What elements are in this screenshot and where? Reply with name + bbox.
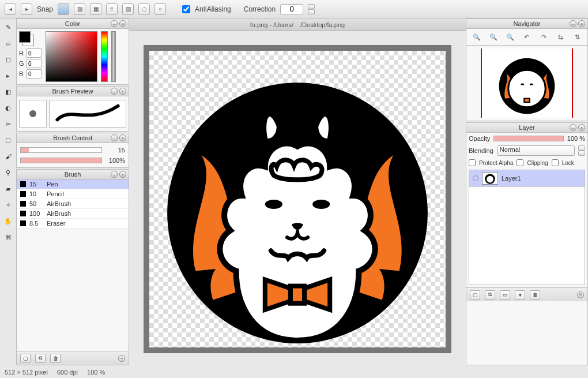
panel-close-icon[interactable]: × — [578, 124, 585, 131]
brush-item-size: 50 — [29, 200, 43, 207]
brush-panel-footer: ▢ ⧉ 🗑 ≡ — [17, 351, 129, 365]
snap-solid-button[interactable] — [58, 3, 69, 15]
brush-item[interactable]: 8.5 Eraser — [17, 219, 129, 229]
hue-strip[interactable] — [101, 31, 108, 82]
snap-grid-button[interactable]: ▦ — [90, 3, 101, 15]
layer-item[interactable]: Layer1 — [469, 170, 585, 187]
panel-minimize-icon[interactable]: – — [111, 134, 118, 141]
svg-point-2 — [312, 200, 330, 209]
snap-left-button[interactable]: ◂ — [5, 3, 16, 15]
merge-layer-button[interactable]: ▾ — [515, 290, 525, 300]
brush-item[interactable]: 10 Pencil — [17, 189, 129, 199]
alpha-strip[interactable] — [111, 31, 116, 82]
move-tool-icon[interactable]: ▸ — [3, 70, 13, 81]
protect-alpha-checkbox[interactable] — [469, 159, 476, 166]
duplicate-brush-button[interactable]: ⧉ — [35, 354, 46, 363]
foreground-color-swatch[interactable] — [19, 31, 31, 43]
brush-opacity-slider[interactable]: 100% — [20, 157, 125, 164]
correction-stepper[interactable] — [308, 4, 315, 14]
snap-diag-button[interactable]: ▨ — [74, 3, 85, 15]
panel-title: Brush Preview — [52, 88, 93, 95]
canvas[interactable] — [144, 45, 451, 353]
eraser-tool-icon[interactable]: ▱ — [3, 38, 13, 48]
panel-minimize-icon[interactable]: – — [570, 124, 576, 131]
panel-minimize-icon[interactable]: – — [111, 20, 118, 27]
snap-hlines-button[interactable]: ≡ — [106, 3, 118, 15]
hand-tool-icon[interactable]: ✋ — [3, 216, 13, 226]
brush-item[interactable]: 15 Pen — [17, 179, 129, 189]
gradient-tool-icon[interactable]: ◐ — [3, 103, 13, 113]
panel-minimize-icon[interactable]: – — [111, 171, 118, 178]
brush-settings-icon[interactable]: ≡ — [118, 355, 125, 362]
brush-item-name: Pen — [47, 181, 58, 188]
panel-close-icon[interactable]: × — [578, 20, 585, 27]
zoom-fit-icon[interactable]: 🔍 — [504, 31, 516, 43]
svg-rect-8 — [524, 99, 529, 102]
layer-visibility-icon[interactable] — [473, 175, 478, 181]
layer-opacity-slider[interactable] — [493, 136, 564, 141]
blending-label: Blending — [469, 147, 493, 154]
navigator-thumbnail[interactable] — [481, 48, 573, 118]
correction-input[interactable] — [280, 4, 303, 14]
snap-right-button[interactable]: ▸ — [21, 3, 32, 15]
snap-vlines-button[interactable]: ▥ — [122, 3, 134, 15]
bucket-tool-icon[interactable]: ▰ — [3, 184, 13, 194]
flip-h-icon[interactable]: ⇆ — [555, 31, 566, 43]
delete-brush-button[interactable]: 🗑 — [50, 354, 61, 363]
color-swatch-pair[interactable] — [19, 31, 34, 46]
svg-point-1 — [265, 200, 282, 209]
panel-minimize-icon[interactable]: – — [111, 88, 118, 95]
rect-tool-icon[interactable]: ☐ — [3, 135, 13, 145]
crop-tool-icon[interactable]: ✂ — [3, 119, 13, 129]
folder-layer-button[interactable]: ▭ — [500, 290, 510, 300]
antialias-checkbox[interactable] — [182, 5, 190, 13]
b-label: B — [19, 70, 25, 77]
brush-item[interactable]: 50 AirBrush — [17, 199, 129, 209]
b-input[interactable] — [26, 69, 42, 78]
brush-tool-icon[interactable]: 🖌 — [3, 151, 13, 162]
r-input[interactable] — [26, 48, 42, 58]
zoom-out-icon[interactable]: 🔍 — [471, 31, 483, 43]
document-tab-right[interactable]: /Desktop/fa.png — [300, 21, 345, 28]
svg-rect-3 — [291, 286, 304, 303]
fill-tool-icon[interactable]: ◧ — [3, 87, 13, 97]
new-layer-button[interactable]: ▢ — [470, 290, 480, 300]
layer-settings-icon[interactable]: ≡ — [577, 291, 584, 298]
marquee-tool-icon[interactable]: ◻ — [3, 54, 13, 65]
color-picker[interactable] — [46, 31, 97, 82]
misc-tool-icon[interactable]: ⌘ — [3, 232, 13, 242]
eyedropper-tool-icon[interactable]: ⚲ — [3, 167, 13, 178]
zoom-in-icon[interactable]: 🔍 — [488, 31, 499, 43]
brush-size-value: 15 — [105, 147, 125, 154]
brush-size-slider[interactable]: 15 — [20, 147, 125, 154]
clipping-checkbox[interactable] — [517, 159, 523, 166]
g-input[interactable] — [26, 59, 42, 68]
duplicate-layer-button[interactable]: ⧉ — [485, 290, 495, 300]
delete-layer-button[interactable]: 🗑 — [530, 290, 540, 300]
brush-item[interactable]: 100 AirBrush — [17, 209, 129, 219]
pencil-tool-icon[interactable]: ✎ — [3, 22, 13, 32]
rotate-left-icon[interactable]: ↶ — [521, 31, 533, 43]
g-label: G — [19, 60, 25, 67]
layer-list[interactable]: Layer1 — [469, 170, 585, 285]
panel-close-icon[interactable]: × — [119, 88, 126, 95]
new-brush-button[interactable]: ▢ — [20, 354, 31, 363]
wand-tool-icon[interactable]: ✧ — [3, 200, 13, 210]
brush-stroke-preview — [49, 100, 126, 128]
rotate-right-icon[interactable]: ↷ — [538, 31, 549, 43]
brush-item-size: 100 — [29, 210, 43, 217]
snap-circle-button[interactable]: ○ — [154, 3, 166, 15]
lock-checkbox[interactable] — [552, 159, 559, 166]
panel-minimize-icon[interactable]: – — [570, 20, 576, 27]
status-zoom: 100 % — [87, 369, 105, 376]
panel-close-icon[interactable]: × — [119, 134, 126, 141]
document-tab-left[interactable]: fa.png - /Users/ — [250, 21, 293, 28]
flip-v-icon[interactable]: ⇅ — [571, 31, 583, 43]
panel-close-icon[interactable]: × — [119, 171, 126, 178]
blending-select[interactable]: Normal — [497, 145, 575, 156]
brush-list[interactable]: 15 Pen 10 Pencil 50 AirBrush 100 AirBrus… — [17, 179, 129, 229]
snap-dot-button[interactable]: ◌ — [138, 3, 150, 15]
bowtie-icon — [265, 279, 330, 309]
panel-close-icon[interactable]: × — [119, 20, 126, 27]
blending-stepper[interactable] — [578, 145, 585, 156]
